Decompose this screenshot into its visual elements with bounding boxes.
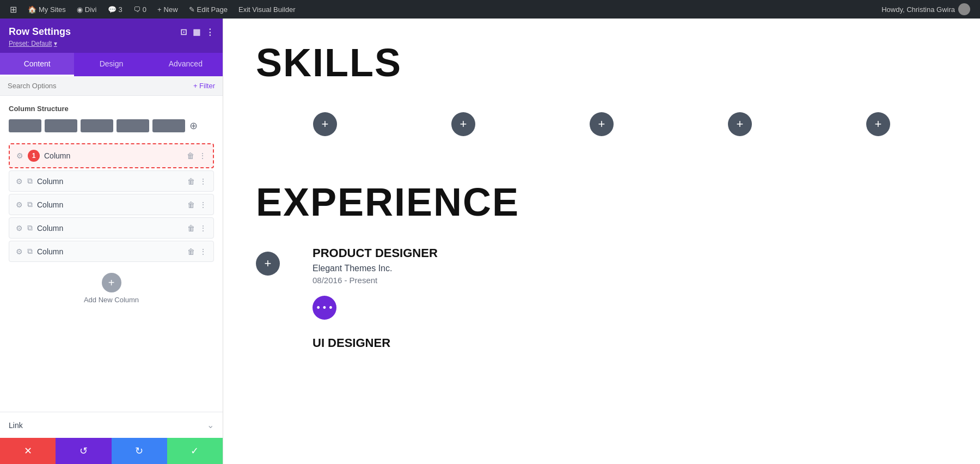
duplicate-icon[interactable]: ⧉ [27, 200, 33, 209]
col-layout-1[interactable] [9, 119, 41, 132]
table-row: ⚙ ⧉ Column 🗑 ⋮ [9, 217, 214, 239]
home-icon: 🏠 [28, 5, 36, 14]
add-column-section[interactable]: + Add New Column [9, 273, 214, 304]
col-layout-4[interactable] [117, 119, 149, 132]
link-label: Link [9, 421, 23, 430]
add-module-button-1[interactable]: + [313, 112, 337, 136]
preset-selector[interactable]: Preset: Default ▾ [9, 40, 214, 47]
exit-builder-label: Exit Visual Builder [238, 5, 296, 14]
column-actions: 🗑 ⋮ [187, 151, 206, 160]
redo-button[interactable]: ↻ [112, 438, 167, 464]
search-input[interactable] [8, 82, 189, 90]
col-layout-2[interactable] [45, 119, 77, 132]
floating-menu-button[interactable]: • • • [313, 296, 336, 320]
more-options-icon[interactable]: ⋮ [199, 177, 207, 186]
add-module-button-3[interactable]: + [590, 112, 614, 136]
column-actions: 🗑 ⋮ [187, 247, 207, 256]
more-options-icon[interactable]: ⋮ [199, 247, 207, 256]
divi-menu[interactable]: ◉ Divi [72, 0, 101, 19]
settings-icon[interactable]: ⚙ [16, 224, 23, 233]
my-sites-label: My Sites [39, 5, 66, 14]
duplicate-icon[interactable]: ⧉ [27, 223, 33, 233]
column-list: ⚙ 1 Column 🗑 ⋮ ⚙ ⧉ Column 🗑 ⋮ [9, 143, 214, 262]
column-actions: 🗑 ⋮ [187, 224, 207, 233]
settings-icon[interactable]: ⚙ [16, 151, 23, 160]
plus-icon: + [157, 5, 162, 14]
layout-icon[interactable]: ▦ [193, 27, 200, 37]
column-structure-selector: ⊕ [9, 119, 214, 132]
add-module-button-4[interactable]: + [728, 112, 752, 136]
edit-page-button[interactable]: ✎ Edit Page [185, 0, 232, 19]
filter-button[interactable]: + Filter [193, 82, 215, 90]
resize-icon[interactable]: ⊡ [180, 27, 187, 37]
column-badge: 1 [28, 150, 40, 162]
panel-title: Row Settings [9, 26, 71, 38]
more-options-icon[interactable]: ⋮ [199, 151, 206, 160]
row-settings-panel: Row Settings ⊡ ▦ ⋮ Preset: Default ▾ Con… [0, 19, 223, 464]
my-sites-menu[interactable]: 🏠 My Sites [23, 0, 70, 19]
edit-page-label: Edit Page [197, 5, 228, 14]
tab-design[interactable]: Design [74, 53, 148, 76]
delete-icon[interactable]: 🗑 [187, 224, 195, 233]
add-module-button-5[interactable]: + [866, 112, 890, 136]
column-label: Column [44, 151, 182, 160]
experience-heading: EXPERIENCE [256, 180, 947, 224]
bottom-toolbar: ✕ ↺ ↻ ✓ [0, 438, 223, 464]
add-column-button[interactable]: + [102, 273, 121, 292]
tab-content[interactable]: Content [0, 53, 74, 76]
job-date-1: 08/2016 - Present [313, 276, 947, 285]
avatar [958, 3, 970, 15]
divi-icon: ◉ [77, 5, 83, 14]
add-module-button-2[interactable]: + [451, 112, 475, 136]
tab-advanced[interactable]: Advanced [149, 53, 223, 76]
preset-label: Preset: Default [9, 40, 52, 47]
panel-title-bar: Row Settings ⊡ ▦ ⋮ [9, 26, 214, 38]
column-actions: 🗑 ⋮ [187, 177, 207, 186]
col-layout-more[interactable]: ⊕ [189, 120, 198, 132]
page-canvas: SKILLS + + + + + EXPERIENCE + PRODUCT DE… [223, 19, 980, 464]
column-structure-label: Column Structure [9, 105, 214, 113]
delete-icon[interactable]: 🗑 [187, 247, 195, 256]
settings-icon[interactable]: ⚙ [16, 177, 23, 186]
duplicate-icon[interactable]: ⧉ [27, 247, 33, 256]
column-label: Column [37, 200, 183, 209]
job-company-1: Elegant Themes Inc. [313, 264, 947, 273]
more-options-icon[interactable]: ⋮ [199, 200, 207, 209]
table-row: ⚙ ⧉ Column 🗑 ⋮ [9, 170, 214, 192]
howdy-label: Howdy, Christina Gwira [881, 5, 955, 14]
col-layout-3[interactable] [81, 119, 113, 132]
messages-count: 0 [143, 5, 146, 14]
edit-icon: ✎ [189, 5, 195, 14]
new-menu[interactable]: + New [153, 0, 182, 19]
redo-icon: ↻ [135, 445, 143, 457]
column-actions: 🗑 ⋮ [187, 200, 207, 209]
table-row: ⚙ ⧉ Column 🗑 ⋮ [9, 241, 214, 262]
cancel-icon: ✕ [24, 445, 32, 457]
skills-modules-row: + + + + + [256, 101, 947, 147]
delete-icon[interactable]: 🗑 [187, 177, 195, 186]
new-label: New [164, 5, 178, 14]
messages-menu[interactable]: 🗨 0 [129, 0, 151, 19]
wp-logo[interactable]: ⊞ [5, 0, 21, 19]
job-title-1: PRODUCT DESIGNER [313, 246, 947, 260]
settings-icon[interactable]: ⚙ [16, 247, 23, 256]
save-button[interactable]: ✓ [167, 438, 223, 464]
settings-icon[interactable]: ⚙ [16, 200, 23, 209]
more-icon[interactable]: ⋮ [206, 27, 214, 37]
comments-menu[interactable]: 💬 3 [103, 0, 127, 19]
col-layout-5[interactable] [152, 119, 185, 132]
user-menu[interactable]: Howdy, Christina Gwira [877, 0, 975, 19]
delete-icon[interactable]: 🗑 [187, 151, 194, 160]
add-module-button-exp-1[interactable]: + [256, 252, 280, 276]
message-icon: 🗨 [133, 5, 140, 14]
delete-icon[interactable]: 🗑 [187, 200, 195, 209]
undo-button[interactable]: ↺ [56, 438, 111, 464]
save-icon: ✓ [191, 445, 199, 457]
duplicate-icon[interactable]: ⧉ [27, 176, 33, 186]
more-options-icon[interactable]: ⋮ [199, 224, 207, 233]
link-accordion[interactable]: Link ⌄ [9, 420, 214, 430]
column-label: Column [37, 247, 183, 256]
exit-builder-button[interactable]: Exit Visual Builder [234, 0, 300, 19]
comments-count: 3 [119, 5, 122, 14]
cancel-button[interactable]: ✕ [0, 438, 56, 464]
